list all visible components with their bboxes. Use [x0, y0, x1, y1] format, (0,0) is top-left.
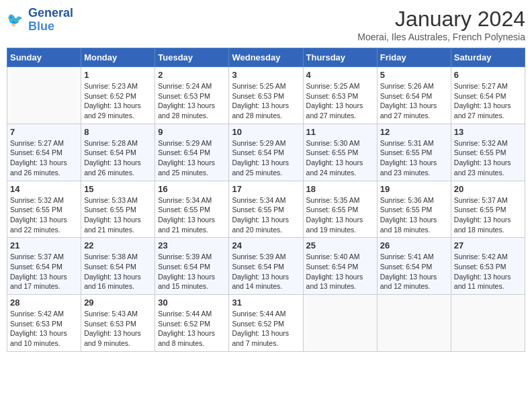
logo: 🐦 General Blue — [7, 7, 73, 34]
day-info: Sunrise: 5:36 AM Sunset: 6:55 PM Dayligh… — [380, 195, 448, 235]
day-info: Sunrise: 5:38 AM Sunset: 6:54 PM Dayligh… — [84, 252, 152, 291]
page-header: 🐦 General Blue January 2024 Moerai, Iles… — [7, 7, 525, 42]
logo-line2: Blue — [28, 19, 54, 33]
weekday-header: Monday — [81, 48, 155, 67]
calendar-cell: 2Sunrise: 5:24 AM Sunset: 6:53 PM Daylig… — [155, 67, 229, 124]
logo-bird-icon: 🐦 — [7, 11, 26, 30]
day-number: 25 — [306, 240, 374, 250]
calendar-cell — [7, 67, 81, 124]
calendar-cell: 22Sunrise: 5:38 AM Sunset: 6:54 PM Dayli… — [81, 238, 155, 295]
day-number: 15 — [84, 184, 152, 194]
day-number: 28 — [10, 298, 78, 308]
day-info: Sunrise: 5:35 AM Sunset: 6:55 PM Dayligh… — [306, 195, 374, 235]
calendar-cell: 20Sunrise: 5:37 AM Sunset: 6:55 PM Dayli… — [451, 181, 525, 238]
calendar-cell: 23Sunrise: 5:39 AM Sunset: 6:54 PM Dayli… — [155, 238, 229, 295]
day-number: 27 — [454, 240, 522, 250]
calendar-cell: 30Sunrise: 5:44 AM Sunset: 6:52 PM Dayli… — [155, 295, 229, 352]
calendar-cell: 13Sunrise: 5:32 AM Sunset: 6:55 PM Dayli… — [451, 124, 525, 181]
day-number: 13 — [454, 127, 522, 137]
calendar-cell: 15Sunrise: 5:33 AM Sunset: 6:55 PM Dayli… — [81, 181, 155, 238]
day-number: 10 — [232, 127, 300, 137]
day-number: 16 — [158, 184, 226, 194]
calendar-table: SundayMondayTuesdayWednesdayThursdayFrid… — [7, 48, 525, 352]
day-info: Sunrise: 5:34 AM Sunset: 6:55 PM Dayligh… — [158, 195, 226, 235]
day-info: Sunrise: 5:31 AM Sunset: 6:55 PM Dayligh… — [380, 138, 448, 178]
calendar-cell: 1Sunrise: 5:23 AM Sunset: 6:52 PM Daylig… — [81, 67, 155, 124]
logo-line1: General — [28, 6, 73, 19]
day-number: 5 — [380, 70, 448, 80]
calendar-cell: 31Sunrise: 5:44 AM Sunset: 6:52 PM Dayli… — [229, 295, 303, 352]
weekday-header: Tuesday — [155, 48, 229, 67]
day-number: 24 — [232, 240, 300, 250]
day-number: 8 — [84, 127, 152, 137]
calendar-cell: 3Sunrise: 5:25 AM Sunset: 6:53 PM Daylig… — [229, 67, 303, 124]
day-info: Sunrise: 5:44 AM Sunset: 6:52 PM Dayligh… — [158, 309, 226, 349]
calendar-cell: 9Sunrise: 5:29 AM Sunset: 6:54 PM Daylig… — [155, 124, 229, 181]
weekday-header: Sunday — [7, 48, 81, 67]
day-info: Sunrise: 5:42 AM Sunset: 6:53 PM Dayligh… — [10, 309, 78, 349]
calendar-cell — [451, 295, 525, 352]
day-info: Sunrise: 5:40 AM Sunset: 6:54 PM Dayligh… — [306, 252, 374, 291]
location-title: Moerai, Iles Australes, French Polynesia — [357, 32, 525, 42]
day-number: 22 — [84, 240, 152, 250]
calendar-cell: 17Sunrise: 5:34 AM Sunset: 6:55 PM Dayli… — [229, 181, 303, 238]
calendar-cell: 29Sunrise: 5:43 AM Sunset: 6:53 PM Dayli… — [81, 295, 155, 352]
day-number: 11 — [306, 127, 374, 137]
title-block: January 2024 Moerai, Iles Australes, Fre… — [357, 7, 525, 42]
calendar-cell: 8Sunrise: 5:28 AM Sunset: 6:54 PM Daylig… — [81, 124, 155, 181]
day-info: Sunrise: 5:39 AM Sunset: 6:54 PM Dayligh… — [158, 252, 226, 291]
logo-text: General Blue — [28, 7, 73, 34]
calendar-cell: 5Sunrise: 5:26 AM Sunset: 6:54 PM Daylig… — [377, 67, 451, 124]
calendar-cell: 7Sunrise: 5:27 AM Sunset: 6:54 PM Daylig… — [7, 124, 81, 181]
day-number: 9 — [158, 127, 226, 137]
day-number: 29 — [84, 298, 152, 308]
weekday-header: Wednesday — [229, 48, 303, 67]
month-title: January 2024 — [357, 7, 525, 32]
day-number: 17 — [232, 184, 300, 194]
calendar-cell: 4Sunrise: 5:25 AM Sunset: 6:53 PM Daylig… — [303, 67, 377, 124]
calendar-cell: 28Sunrise: 5:42 AM Sunset: 6:53 PM Dayli… — [7, 295, 81, 352]
calendar-cell: 18Sunrise: 5:35 AM Sunset: 6:55 PM Dayli… — [303, 181, 377, 238]
calendar-cell: 21Sunrise: 5:37 AM Sunset: 6:54 PM Dayli… — [7, 238, 81, 295]
day-number: 18 — [306, 184, 374, 194]
svg-text:🐦: 🐦 — [7, 11, 24, 27]
day-number: 23 — [158, 240, 226, 250]
day-number: 26 — [380, 240, 448, 250]
day-info: Sunrise: 5:42 AM Sunset: 6:53 PM Dayligh… — [454, 252, 522, 291]
day-info: Sunrise: 5:33 AM Sunset: 6:55 PM Dayligh… — [84, 195, 152, 235]
calendar-header-row: SundayMondayTuesdayWednesdayThursdayFrid… — [7, 48, 525, 67]
day-info: Sunrise: 5:27 AM Sunset: 6:54 PM Dayligh… — [10, 138, 78, 178]
weekday-header: Friday — [377, 48, 451, 67]
day-number: 2 — [158, 70, 226, 80]
day-info: Sunrise: 5:32 AM Sunset: 6:55 PM Dayligh… — [454, 138, 522, 178]
calendar-cell: 26Sunrise: 5:41 AM Sunset: 6:54 PM Dayli… — [377, 238, 451, 295]
day-info: Sunrise: 5:37 AM Sunset: 6:54 PM Dayligh… — [10, 252, 78, 291]
calendar-cell: 14Sunrise: 5:32 AM Sunset: 6:55 PM Dayli… — [7, 181, 81, 238]
calendar-cell: 6Sunrise: 5:27 AM Sunset: 6:54 PM Daylig… — [451, 67, 525, 124]
day-info: Sunrise: 5:41 AM Sunset: 6:54 PM Dayligh… — [380, 252, 448, 291]
calendar-cell: 10Sunrise: 5:29 AM Sunset: 6:54 PM Dayli… — [229, 124, 303, 181]
day-number: 31 — [232, 298, 300, 308]
calendar-cell: 12Sunrise: 5:31 AM Sunset: 6:55 PM Dayli… — [377, 124, 451, 181]
calendar-week-row: 1Sunrise: 5:23 AM Sunset: 6:52 PM Daylig… — [7, 67, 525, 124]
day-info: Sunrise: 5:37 AM Sunset: 6:55 PM Dayligh… — [454, 195, 522, 235]
day-number: 30 — [158, 298, 226, 308]
calendar-cell: 27Sunrise: 5:42 AM Sunset: 6:53 PM Dayli… — [451, 238, 525, 295]
day-number: 19 — [380, 184, 448, 194]
day-info: Sunrise: 5:44 AM Sunset: 6:52 PM Dayligh… — [232, 309, 300, 349]
calendar-week-row: 28Sunrise: 5:42 AM Sunset: 6:53 PM Dayli… — [7, 295, 525, 352]
weekday-header: Thursday — [303, 48, 377, 67]
day-info: Sunrise: 5:43 AM Sunset: 6:53 PM Dayligh… — [84, 309, 152, 349]
calendar-cell — [303, 295, 377, 352]
calendar-cell: 25Sunrise: 5:40 AM Sunset: 6:54 PM Dayli… — [303, 238, 377, 295]
day-number: 6 — [454, 70, 522, 80]
day-info: Sunrise: 5:24 AM Sunset: 6:53 PM Dayligh… — [158, 81, 226, 121]
day-number: 3 — [232, 70, 300, 80]
day-info: Sunrise: 5:25 AM Sunset: 6:53 PM Dayligh… — [306, 81, 374, 121]
day-number: 20 — [454, 184, 522, 194]
day-number: 21 — [10, 240, 78, 250]
day-info: Sunrise: 5:25 AM Sunset: 6:53 PM Dayligh… — [232, 81, 300, 121]
day-info: Sunrise: 5:28 AM Sunset: 6:54 PM Dayligh… — [84, 138, 152, 178]
calendar-cell: 16Sunrise: 5:34 AM Sunset: 6:55 PM Dayli… — [155, 181, 229, 238]
calendar-week-row: 14Sunrise: 5:32 AM Sunset: 6:55 PM Dayli… — [7, 181, 525, 238]
